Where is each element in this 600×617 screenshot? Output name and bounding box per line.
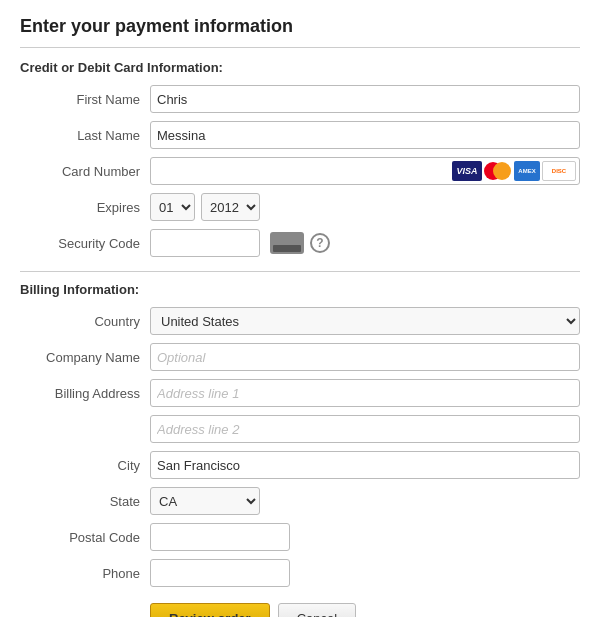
buttons-row: Review order Cancel (20, 603, 580, 617)
billing-address-label: Billing Address (20, 386, 150, 401)
billing-address-row2 (20, 415, 580, 443)
company-name-row: Company Name (20, 343, 580, 371)
phone-input[interactable] (150, 559, 290, 587)
help-icon[interactable]: ? (310, 233, 330, 253)
postal-code-input[interactable] (150, 523, 290, 551)
payment-form: Enter your payment information Credit or… (0, 0, 600, 617)
city-input[interactable] (150, 451, 580, 479)
last-name-row: Last Name (20, 121, 580, 149)
first-name-label: First Name (20, 92, 150, 107)
last-name-label: Last Name (20, 128, 150, 143)
expires-label: Expires (20, 200, 150, 215)
postal-code-row: Postal Code (20, 523, 580, 551)
city-row: City (20, 451, 580, 479)
card-number-wrapper: VISA AMEX DISC (150, 157, 580, 185)
city-label: City (20, 458, 150, 473)
country-row: Country United States Canada United King… (20, 307, 580, 335)
security-code-row: Security Code ? (20, 229, 580, 257)
security-strip (273, 245, 301, 252)
first-name-row: First Name (20, 85, 580, 113)
postal-code-label: Postal Code (20, 530, 150, 545)
billing-address-row1: Billing Address (20, 379, 580, 407)
state-label: State (20, 494, 150, 509)
review-order-button[interactable]: Review order (150, 603, 270, 617)
card-number-label: Card Number (20, 164, 150, 179)
security-code-wrapper: ? (150, 229, 330, 257)
security-code-label: Security Code (20, 236, 150, 251)
billing-address-input2[interactable] (150, 415, 580, 443)
state-select[interactable]: CA NY TX FL WA (150, 487, 260, 515)
credit-section-title: Credit or Debit Card Information: (20, 60, 580, 75)
expires-selects: 01020304 05060708 09101112 2012201320142… (150, 193, 260, 221)
first-name-input[interactable] (150, 85, 580, 113)
mc-circle2 (493, 162, 511, 180)
company-name-label: Company Name (20, 350, 150, 365)
visa-icon: VISA (452, 161, 482, 181)
phone-label: Phone (20, 566, 150, 581)
security-card-icon (270, 232, 304, 254)
country-select[interactable]: United States Canada United Kingdom Aust… (150, 307, 580, 335)
state-row: State CA NY TX FL WA (20, 487, 580, 515)
billing-section-title: Billing Information: (20, 282, 580, 297)
country-label: Country (20, 314, 150, 329)
mastercard-icon (484, 161, 512, 181)
billing-section: Billing Information: Country United Stat… (20, 271, 580, 587)
card-number-row: Card Number VISA AMEX DISC (20, 157, 580, 185)
amex-icon: AMEX (514, 161, 540, 181)
expires-row: Expires 01020304 05060708 09101112 20122… (20, 193, 580, 221)
billing-address-input1[interactable] (150, 379, 580, 407)
security-code-input[interactable] (150, 229, 260, 257)
company-name-input[interactable] (150, 343, 580, 371)
page-title: Enter your payment information (20, 16, 580, 48)
card-icons: VISA AMEX DISC (452, 161, 576, 181)
expires-year-select[interactable]: 2012201320142015 2016201720182019 202020… (201, 193, 260, 221)
last-name-input[interactable] (150, 121, 580, 149)
discover-icon: DISC (542, 161, 576, 181)
expires-month-select[interactable]: 01020304 05060708 09101112 (150, 193, 195, 221)
cancel-button[interactable]: Cancel (278, 603, 356, 617)
phone-row: Phone (20, 559, 580, 587)
billing-divider (20, 271, 580, 272)
